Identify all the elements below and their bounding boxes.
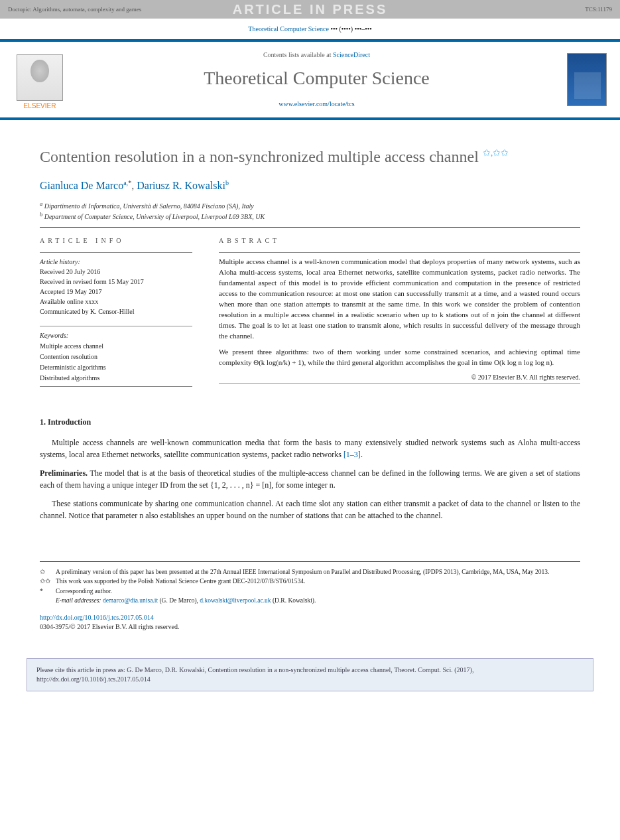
elsevier-logo[interactable]: ELSEVIER bbox=[13, 50, 66, 109]
preliminaries-label: Preliminaries. bbox=[40, 468, 88, 478]
journal-title: Theoretical Computer Science bbox=[80, 68, 554, 89]
email-label: E-mail addresses: bbox=[56, 597, 103, 604]
double-star-icon: ✩✩ bbox=[40, 577, 52, 586]
keywords-block: Keywords: Multiple access channel Conten… bbox=[40, 330, 192, 384]
citation-journal-link[interactable]: Theoretical Computer Science bbox=[248, 25, 329, 33]
journal-header: ELSEVIER Contents lists available at Sci… bbox=[0, 39, 620, 120]
journal-header-center: Contents lists available at ScienceDirec… bbox=[80, 51, 554, 109]
keyword: Contention resolution bbox=[40, 352, 192, 362]
divider bbox=[40, 252, 192, 253]
footnote-emails: E-mail addresses: demarco@dia.unisa.it (… bbox=[40, 596, 580, 605]
keyword: Deterministic algorithms bbox=[40, 362, 192, 373]
history-communicated: Communicated by K. Censor-Hillel bbox=[40, 307, 192, 316]
divider bbox=[40, 386, 192, 387]
intro-paragraph-1: Multiple access channels are well-known … bbox=[40, 437, 580, 460]
article-title: Contention resolution in a non-synchroni… bbox=[40, 147, 580, 167]
email-link-1[interactable]: demarco@dia.unisa.it bbox=[103, 597, 158, 604]
title-footnote-marks: ✩,✩✩ bbox=[483, 148, 509, 158]
history-revised: Received in revised form 15 May 2017 bbox=[40, 277, 192, 287]
author-1[interactable]: Gianluca De Marco bbox=[40, 180, 123, 192]
elsevier-tree-icon bbox=[17, 54, 63, 101]
abstract-column: ABSTRACT Multiple access channel is a we… bbox=[219, 237, 580, 391]
preliminaries-paragraph: Preliminaries. The model that is at the … bbox=[40, 467, 580, 491]
intro-paragraph-2: These stations communicate by sharing on… bbox=[40, 498, 580, 522]
divider bbox=[219, 384, 580, 384]
author-list: Gianluca De Marcoa,*, Dariusz R. Kowalsk… bbox=[40, 179, 580, 192]
article-history: Article history: Received 20 July 2016 R… bbox=[40, 257, 192, 316]
history-received: Received 20 July 2016 bbox=[40, 267, 192, 277]
journal-cover-thumbnail[interactable] bbox=[567, 53, 607, 106]
footnote-2: ✩✩ This work was supported by the Polish… bbox=[40, 577, 580, 586]
history-online: Available online xxxx bbox=[40, 297, 192, 307]
author-2[interactable]: Dariusz R. Kowalski bbox=[137, 180, 225, 192]
elsevier-text: ELSEVIER bbox=[24, 102, 56, 109]
article-info-column: ARTICLE INFO Article history: Received 2… bbox=[40, 237, 192, 391]
divider bbox=[40, 227, 580, 228]
running-citation: Theoretical Computer Science ••• (••••) … bbox=[0, 19, 620, 39]
asterisk-icon: * bbox=[40, 587, 52, 596]
footnotes: ✩ A preliminary version of this paper ha… bbox=[40, 561, 580, 605]
journal-locate-link[interactable]: www.elsevier.com/locate/tcs bbox=[279, 100, 354, 107]
keywords-label: Keywords: bbox=[40, 330, 192, 341]
affiliation-b: b Department of Computer Science, Univer… bbox=[40, 211, 580, 222]
info-abstract-row: ARTICLE INFO Article history: Received 2… bbox=[40, 237, 580, 391]
abstract-paragraph-2: We present three algorithms: two of them… bbox=[219, 347, 580, 368]
reference-link[interactable]: [1–3] bbox=[343, 450, 361, 459]
abstract-copyright: © 2017 Elsevier B.V. All rights reserved… bbox=[219, 374, 580, 381]
doi-block: http://dx.doi.org/10.1016/j.tcs.2017.05.… bbox=[40, 613, 580, 632]
star-icon: ✩ bbox=[40, 567, 52, 577]
citation-box: Please cite this article in press as: G.… bbox=[27, 658, 593, 691]
doi-link[interactable]: http://dx.doi.org/10.1016/j.tcs.2017.05.… bbox=[40, 614, 154, 621]
watermark-text: ARTICLE IN PRESS bbox=[233, 2, 388, 17]
sciencedirect-link[interactable]: ScienceDirect bbox=[333, 51, 370, 58]
article-id: TCS:11179 bbox=[585, 6, 612, 13]
footnote-corresponding: * Corresponding author. bbox=[40, 587, 580, 596]
divider bbox=[40, 326, 192, 326]
contents-available-line: Contents lists available at ScienceDirec… bbox=[80, 51, 554, 58]
affiliation-a: a Dipartimento di Informatica, Universit… bbox=[40, 200, 580, 211]
keyword: Distributed algorithms bbox=[40, 373, 192, 384]
issn-copyright: 0304-3975/© 2017 Elsevier B.V. All right… bbox=[40, 623, 179, 630]
article-info-label: ARTICLE INFO bbox=[40, 237, 192, 244]
affiliations: a Dipartimento di Informatica, Universit… bbox=[40, 200, 580, 222]
keyword: Multiple access channel bbox=[40, 341, 192, 352]
footnote-1: ✩ A preliminary version of this paper ha… bbox=[40, 567, 580, 577]
abstract-paragraph-1: Multiple access channel is a well-known … bbox=[219, 257, 580, 342]
article-body: Contention resolution in a non-synchroni… bbox=[0, 120, 620, 645]
history-label: Article history: bbox=[40, 257, 192, 267]
abstract-label: ABSTRACT bbox=[219, 237, 580, 244]
doctopic-label: Doctopic: Algorithms, automata, complexi… bbox=[8, 6, 141, 13]
introduction-section: 1. Introduction Multiple access channels… bbox=[40, 417, 580, 522]
article-in-press-banner: Doctopic: Algorithms, automata, complexi… bbox=[0, 0, 620, 19]
author-2-affil: b bbox=[225, 179, 229, 186]
divider bbox=[219, 252, 580, 253]
history-accepted: Accepted 19 May 2017 bbox=[40, 287, 192, 297]
section-heading-intro: 1. Introduction bbox=[40, 417, 580, 427]
email-link-2[interactable]: d.kowalski@liverpool.ac.uk bbox=[200, 597, 271, 604]
